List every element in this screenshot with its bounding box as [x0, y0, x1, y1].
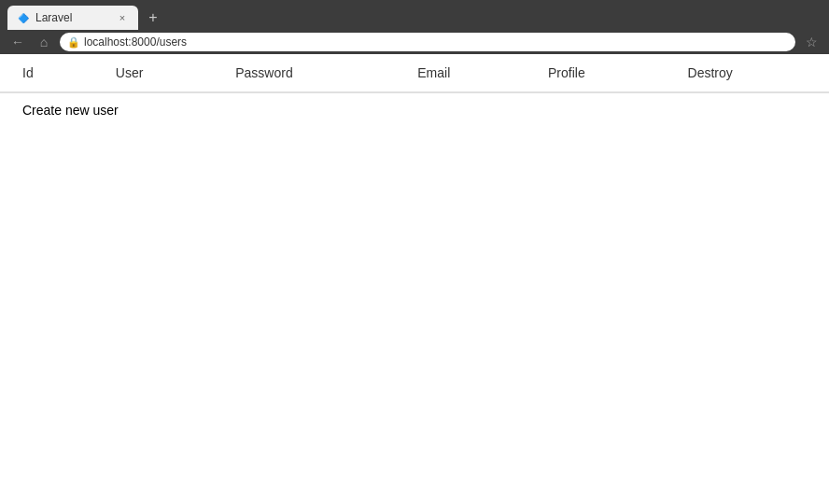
users-table: Id User Password Email Profile Destroy: [0, 54, 829, 93]
address-bar: ← ⌂ 🔒 localhost:8000/users ☆: [0, 30, 829, 54]
tab-label: Laravel: [35, 11, 110, 24]
bookmark-button[interactable]: ☆: [801, 32, 822, 52]
tab-bar: 🔷 Laravel × +: [0, 0, 829, 30]
tab-close-button[interactable]: ×: [116, 11, 129, 24]
column-header-user: User: [101, 54, 220, 92]
url-bar[interactable]: 🔒 localhost:8000/users: [60, 33, 795, 51]
back-button[interactable]: ←: [7, 32, 28, 52]
tab-favicon: 🔷: [17, 11, 30, 24]
page-content: Id User Password Email Profile Destroy C…: [0, 54, 829, 504]
table-header-row: Id User Password Email Profile Destroy: [0, 54, 829, 92]
active-tab[interactable]: 🔷 Laravel ×: [7, 6, 138, 30]
url-text: localhost:8000/users: [84, 35, 187, 49]
home-button[interactable]: ⌂: [34, 32, 54, 52]
browser-chrome: 🔷 Laravel × + ← ⌂ 🔒 localhost:8000/users…: [0, 0, 829, 54]
lock-icon: 🔒: [67, 36, 80, 49]
column-header-password: Password: [220, 54, 402, 92]
column-header-email: Email: [402, 54, 533, 92]
create-new-user-link[interactable]: Create new user: [22, 103, 119, 118]
column-header-id: Id: [0, 54, 101, 92]
column-header-profile: Profile: [533, 54, 673, 92]
column-header-destroy: Destroy: [673, 54, 829, 92]
new-tab-button[interactable]: +: [142, 7, 164, 29]
